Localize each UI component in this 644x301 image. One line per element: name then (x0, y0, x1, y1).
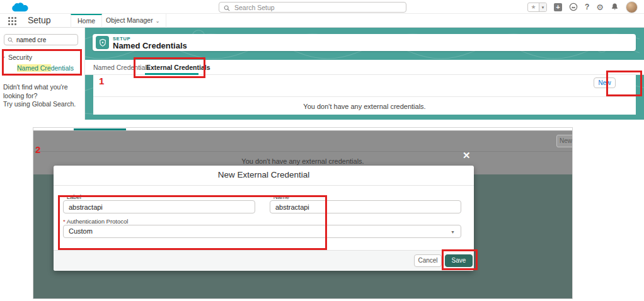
required-marker: * (63, 193, 66, 200)
global-search (219, 2, 406, 13)
global-search-input[interactable] (219, 3, 406, 12)
close-icon[interactable]: ✕ (463, 150, 471, 160)
nav-tab-object-manager[interactable]: Object Manager⌄ (100, 14, 166, 28)
favorites-dropdown-icon[interactable]: ▾ (539, 3, 546, 11)
required-marker: * (270, 193, 272, 200)
new-button-dimmed: New (556, 135, 572, 147)
auth-protocol-select[interactable]: Custom ▼ (63, 225, 461, 238)
modal-screenshot: New You don't have any external credenti… (33, 128, 572, 298)
new-button[interactable]: New (594, 77, 616, 88)
app-launcher-icon[interactable] (8, 17, 16, 25)
setup-nav-bar: Setup Home Object Manager⌄ (0, 14, 644, 28)
named-credentials-shield-icon (96, 36, 109, 49)
cancel-button[interactable]: Cancel (414, 254, 442, 267)
label-text: Label (67, 193, 81, 200)
quick-find-input[interactable] (4, 35, 78, 45)
auth-protocol-field-label: *Authentication Protocol (63, 218, 128, 225)
not-found-line1: Didn't find what you're looking for? (3, 83, 83, 100)
new-external-credential-modal: New External Credential *Label *Name *Au… (54, 166, 474, 271)
notifications-bell-icon[interactable] (611, 3, 619, 11)
sidebar-item-named-credentials[interactable]: Named Credentials (17, 64, 74, 72)
page-tab-bar: Named Credentials External Credentials (85, 60, 644, 75)
toolbar-divider (93, 96, 636, 97)
section-chevron-icon[interactable]: ⌄ (1, 53, 6, 59)
header-actions: ★ ▾ + ? ⚙ (527, 0, 638, 14)
label-field-label: *Label (63, 193, 81, 200)
empty-state-text-dimmed: You don't have any external credentials. (33, 157, 572, 165)
annotation-step-2: 2 (35, 144, 40, 155)
setup-main-region: SETUP Named Credentials Named Credential… (85, 28, 644, 120)
salesforce-logo-icon (10, 1, 29, 14)
save-button[interactable]: Save (445, 254, 473, 267)
tab-underline-remnant (74, 128, 126, 130)
global-header: ★ ▾ + ? ⚙ (0, 0, 644, 14)
nav-tab-home-label: Home (78, 17, 95, 25)
page-title: Named Credentials (113, 41, 187, 50)
modal-title: New External Credential (54, 166, 474, 186)
nav-tab-home[interactable]: Home (71, 14, 102, 28)
trailhead-icon[interactable] (569, 3, 578, 11)
select-caret-icon: ▼ (451, 225, 455, 239)
not-found-line2: Try using Global Search. (3, 100, 83, 109)
not-found-hint: Didn't find what you're looking for? Try… (3, 83, 83, 109)
page-header-card: SETUP Named Credentials (93, 34, 636, 51)
selected-option: Custom (69, 227, 93, 235)
label-input[interactable] (63, 200, 255, 213)
help-icon[interactable]: ? (585, 3, 589, 11)
tab-named-credentials[interactable]: Named Credentials (93, 64, 150, 71)
toolbar-divider-dimmed (33, 151, 572, 152)
screenshot-canvas: ★ ▾ + ? ⚙ Setup Home Object Manager⌄ (0, 0, 644, 301)
setup-sidebar: ⌄ Security Named Credentials Didn't find… (0, 28, 85, 120)
app-name-label: Setup (28, 15, 51, 25)
required-marker: * (63, 218, 66, 225)
modal-footer: Cancel Save (54, 250, 474, 271)
user-avatar[interactable] (626, 1, 638, 13)
name-input[interactable] (270, 200, 461, 213)
label-text: Name (273, 193, 289, 200)
nav-tab-object-manager-label: Object Manager (106, 16, 153, 24)
label-text: Authentication Protocol (67, 218, 129, 225)
name-field-label: *Name (270, 193, 289, 200)
setup-gear-icon[interactable]: ⚙ (596, 3, 604, 11)
tab-external-credentials[interactable]: External Credentials (146, 64, 210, 71)
favorites-control[interactable]: ★ ▾ (527, 3, 547, 12)
search-highlight: Named Cre (17, 64, 51, 72)
sidebar-section-security[interactable]: Security (8, 54, 32, 61)
annotation-step-1: 1 (99, 76, 104, 86)
empty-state-text: You don't have any external credentials. (93, 103, 636, 110)
quick-find (4, 34, 78, 45)
search-rest: dentials (51, 64, 74, 72)
external-credentials-panel: New You don't have any external credenti… (93, 75, 636, 115)
favorite-star-icon[interactable]: ★ (528, 4, 539, 10)
chevron-down-icon: ⌄ (156, 18, 160, 24)
global-actions-icon[interactable]: + (554, 3, 562, 11)
